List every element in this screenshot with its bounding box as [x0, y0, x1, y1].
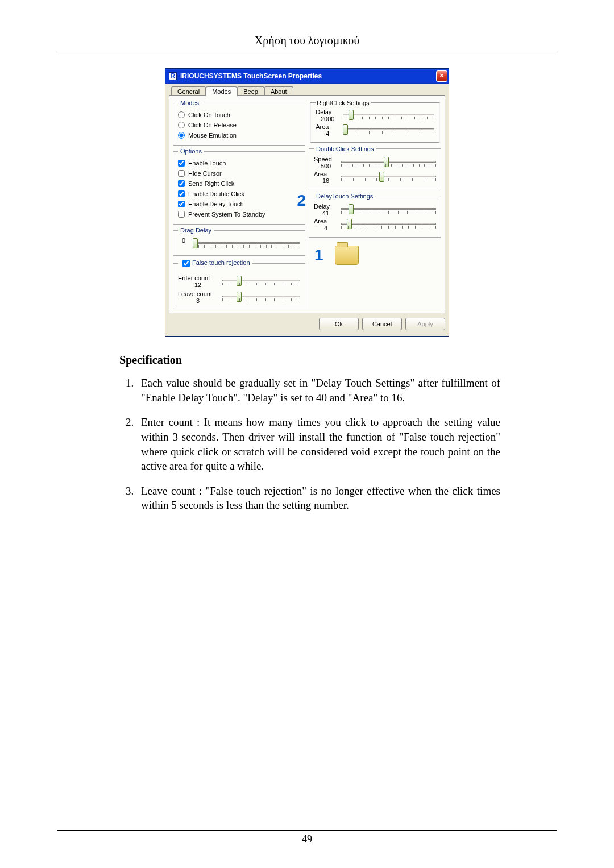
apply-button[interactable]: Apply: [405, 318, 445, 330]
label-hide-cursor: Hide Cursor: [188, 170, 222, 177]
legend-false-touch: False touch rejection: [192, 259, 250, 266]
label-enable-touch: Enable Touch: [188, 160, 226, 167]
close-icon[interactable]: ×: [436, 70, 447, 82]
value-dt-delay: 41: [314, 210, 338, 217]
slider-drag-delay[interactable]: [193, 237, 300, 250]
folder-icon[interactable]: [335, 246, 359, 265]
value-dc-speed: 500: [314, 163, 338, 169]
annotation-1: 1: [314, 246, 323, 264]
label-enter-count: Enter count: [178, 275, 218, 281]
tab-strip: General Modes Beep About: [169, 86, 445, 96]
drag-delay-value: 0: [178, 237, 189, 244]
label-enable-double-click: Enable Double Click: [188, 190, 244, 197]
legend-options: Options: [178, 148, 204, 155]
window-title: IRIOUCHSYSTEMS TouchScreen Properties: [180, 72, 436, 80]
label-send-right-click: Send Right Click: [188, 180, 234, 187]
legend-drag-delay: Drag Delay: [178, 227, 214, 234]
app-icon: R: [169, 72, 177, 80]
slider-dt-area[interactable]: [341, 218, 436, 230]
slider-rc-area[interactable]: [343, 123, 434, 136]
legend-rightclick: RightClick Settings: [316, 99, 370, 106]
group-false-touch: False touch rejection Enter count 12: [173, 258, 305, 309]
value-rc-area: 4: [316, 130, 339, 137]
ok-button[interactable]: Ok: [319, 318, 359, 330]
label-dc-area: Area: [314, 171, 338, 177]
page-footer: 49: [57, 830, 557, 845]
label-click-on-release: Click On Release: [188, 122, 237, 128]
header-rule: [57, 51, 557, 51]
value-rc-delay: 2000: [316, 115, 339, 122]
label-dt-delay: Delay: [314, 203, 338, 210]
slider-leave-count[interactable]: [222, 290, 300, 303]
check-false-touch-rejection[interactable]: [182, 260, 190, 267]
spec-item-1: Each value should be gradually set in "D…: [136, 376, 500, 405]
label-rc-delay: Delay: [316, 109, 339, 115]
page-header-title: Χρήση του λογισμικού: [57, 34, 557, 47]
annotation-2: 2: [297, 192, 306, 210]
tab-panel-modes: Modes Click On Touch Click On Release Mo…: [169, 95, 445, 313]
footer-rule: [57, 830, 557, 831]
spec-item-2: Enter count : It means how many times yo…: [136, 415, 500, 474]
group-options: Options Enable Touch Hide Cursor Send Ri…: [173, 148, 305, 225]
spec-heading: Specification: [119, 354, 557, 367]
cancel-button[interactable]: Cancel: [362, 318, 402, 330]
titlebar[interactable]: R IRIOUCHSYSTEMS TouchScreen Properties …: [165, 69, 449, 84]
check-enable-double-click[interactable]: [178, 190, 185, 197]
dialog-footer: Ok Cancel Apply: [169, 318, 445, 330]
value-enter-count: 12: [178, 281, 218, 288]
group-rightclick: RightClick Settings Delay2000 Area4: [310, 99, 440, 143]
group-drag-delay: Drag Delay 0: [173, 227, 305, 256]
group-modes: Modes Click On Touch Click On Release Mo…: [173, 99, 305, 146]
spec-list: Each value should be gradually set in "D…: [119, 376, 500, 513]
legend-modes: Modes: [178, 99, 201, 106]
label-mouse-emulation: Mouse Emulation: [188, 132, 237, 139]
value-dc-area: 16: [314, 177, 338, 184]
value-leave-count: 3: [178, 297, 218, 304]
tab-modes[interactable]: Modes: [206, 86, 237, 97]
check-enable-touch[interactable]: [178, 160, 185, 167]
page-number: 49: [57, 833, 557, 845]
label-click-on-touch: Click On Touch: [188, 111, 230, 118]
label-prevent-standby: Prevent System To Standby: [188, 211, 265, 218]
slider-dc-speed[interactable]: [341, 156, 436, 168]
slider-dc-area[interactable]: [341, 171, 436, 183]
group-doubleclick: DoubleClick Settings Speed500 Area16: [309, 146, 441, 190]
check-prevent-standby[interactable]: [178, 211, 185, 218]
properties-dialog: R IRIOUCHSYSTEMS TouchScreen Properties …: [165, 68, 449, 337]
slider-dt-delay[interactable]: [341, 203, 436, 215]
check-send-right-click[interactable]: [178, 180, 185, 187]
value-dt-area: 4: [314, 225, 338, 231]
check-hide-cursor[interactable]: [178, 170, 185, 177]
legend-delaytouch: DelayTouch Settings: [314, 193, 375, 200]
label-dt-area: Area: [314, 218, 338, 225]
check-enable-delay-touch[interactable]: [178, 201, 185, 207]
legend-doubleclick: DoubleClick Settings: [314, 146, 376, 152]
label-dc-speed: Speed: [314, 156, 338, 163]
slider-rc-delay[interactable]: [343, 109, 434, 121]
slider-enter-count[interactable]: [222, 275, 300, 287]
radio-click-on-touch[interactable]: [178, 111, 185, 118]
radio-click-on-release[interactable]: [178, 122, 185, 128]
spec-item-3: Leave count : "False touch rejection" is…: [136, 484, 500, 513]
radio-mouse-emulation[interactable]: [178, 132, 185, 139]
label-enable-delay-touch: Enable Delay Touch: [188, 201, 244, 207]
group-delaytouch: DelayTouch Settings Delay41 Area4: [309, 193, 441, 238]
label-rc-area: Area: [316, 123, 339, 130]
label-leave-count: Leave count: [178, 290, 218, 297]
